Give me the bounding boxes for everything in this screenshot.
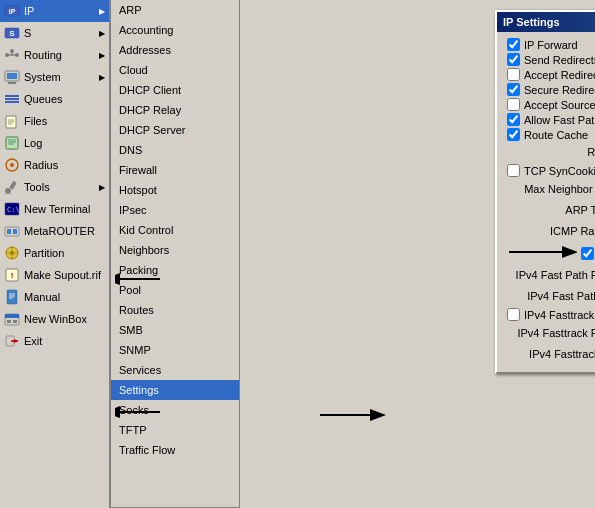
allow-fast-path-label: Allow Fast Path bbox=[524, 114, 595, 126]
settings-arrow bbox=[310, 400, 390, 430]
big-arrow-graphic bbox=[507, 243, 577, 263]
sidebar-item-routing[interactable]: Routing ▶ bbox=[0, 44, 109, 66]
submenu-item-traffic-flow[interactable]: Traffic Flow bbox=[111, 440, 239, 460]
sidebar-item-queues-label: Queues bbox=[24, 93, 105, 105]
sidebar-item-tools[interactable]: Tools ▶ bbox=[0, 176, 109, 198]
svg-text:IP: IP bbox=[9, 8, 16, 15]
checkbox-row-ip-forward: IP Forward bbox=[507, 38, 595, 51]
route-cache-checkbox[interactable] bbox=[507, 128, 520, 141]
sidebar-item-log[interactable]: Log bbox=[0, 132, 109, 154]
submenu-item-ipsec[interactable]: IPsec bbox=[111, 200, 239, 220]
submenu-item-smb[interactable]: SMB bbox=[111, 320, 239, 340]
submenu-item-dhcp-relay[interactable]: DHCP Relay bbox=[111, 100, 239, 120]
manual-icon bbox=[4, 289, 20, 305]
submenu-item-routes[interactable]: Routes bbox=[111, 300, 239, 320]
sidebar-item-tools-label: Tools bbox=[24, 181, 99, 193]
sidebar-item-s-arrow: ▶ bbox=[99, 29, 105, 38]
sidebar-item-radius-label: Radius bbox=[24, 159, 105, 171]
ipv4-fast-path-active-checkbox[interactable] bbox=[581, 247, 594, 260]
ip-forward-checkbox[interactable] bbox=[507, 38, 520, 51]
route-cache-label: Route Cache bbox=[524, 129, 588, 141]
sidebar-item-manual-label: Manual bbox=[24, 291, 105, 303]
svg-rect-13 bbox=[5, 98, 19, 100]
icmp-rate-limit-label: ICMP Rate Limit: bbox=[503, 225, 595, 237]
routing-icon bbox=[4, 47, 20, 63]
ip-forward-label: IP Forward bbox=[524, 39, 578, 51]
sidebar-item-queues[interactable]: Queues bbox=[0, 88, 109, 110]
sidebar-item-exit[interactable]: Exit bbox=[0, 330, 109, 352]
sidebar-item-make-supout[interactable]: ! Make Supout.rif bbox=[0, 264, 109, 286]
submenu-item-neighbors[interactable]: Neighbors bbox=[111, 240, 239, 260]
submenu-item-services[interactable]: Services bbox=[111, 360, 239, 380]
icmp-rate-limit-row: ICMP Rate Limit: 10 bbox=[503, 222, 595, 240]
sidebar-item-new-winbox[interactable]: New WinBox bbox=[0, 308, 109, 330]
accept-redirects-checkbox[interactable] bbox=[507, 68, 520, 81]
sidebar-item-radius[interactable]: Radius bbox=[0, 154, 109, 176]
system-icon bbox=[4, 69, 20, 85]
send-redirects-checkbox[interactable] bbox=[507, 53, 520, 66]
ipv4-fasttrack-packets-label: IPv4 Fasttrack Packets: bbox=[503, 327, 595, 339]
checkbox-row-allow-fast-path: Allow Fast Path bbox=[507, 113, 595, 126]
make-supout-icon: ! bbox=[4, 267, 20, 283]
sidebar-item-new-terminal[interactable]: C:\> New Terminal bbox=[0, 198, 109, 220]
sidebar-item-system-arrow: ▶ bbox=[99, 73, 105, 82]
neighbors-arrow bbox=[115, 267, 165, 291]
submenu-item-hotspot[interactable]: Hotspot bbox=[111, 180, 239, 200]
rp-filter-label: RP Filter: bbox=[503, 146, 595, 158]
checkbox-row-send-redirects: Send Redirects bbox=[507, 53, 595, 66]
tcp-syncookies-checkbox[interactable] bbox=[507, 164, 520, 177]
max-neighbor-entries-label: Max Neighbor Entries: bbox=[503, 183, 595, 195]
accept-source-route-checkbox[interactable] bbox=[507, 98, 520, 111]
sidebar-item-tools-arrow: ▶ bbox=[99, 183, 105, 192]
allow-fast-path-checkbox[interactable] bbox=[507, 113, 520, 126]
submenu-item-arp[interactable]: ARP bbox=[111, 0, 239, 20]
exit-icon bbox=[4, 333, 20, 349]
submenu-item-cloud[interactable]: Cloud bbox=[111, 60, 239, 80]
submenu-item-firewall[interactable]: Firewall bbox=[111, 160, 239, 180]
sidebar-item-files[interactable]: Files bbox=[0, 110, 109, 132]
secure-redirects-checkbox[interactable] bbox=[507, 83, 520, 96]
ipv4-fasttrack-active-checkbox[interactable] bbox=[507, 308, 520, 321]
sidebar-item-partition[interactable]: Partition bbox=[0, 242, 109, 264]
submenu-item-snmp[interactable]: SNMP bbox=[111, 340, 239, 360]
metarouter-icon bbox=[4, 223, 20, 239]
ip-icon: IP bbox=[4, 3, 20, 19]
checkbox-section-main: IP Forward Send Redirects Accept Redirec… bbox=[503, 38, 595, 141]
tools-icon bbox=[4, 179, 20, 195]
max-neighbor-entries-row: Max Neighbor Entries: 8192 bbox=[503, 180, 595, 198]
ip-settings-dialog: IP Settings _ □ ✕ IP Forward Se bbox=[495, 10, 595, 374]
arp-timeout-label: ARP Timeout: bbox=[503, 204, 595, 216]
sidebar-item-ip[interactable]: IP IP ▶ bbox=[0, 0, 109, 22]
submenu-item-dhcp-server[interactable]: DHCP Server bbox=[111, 120, 239, 140]
sidebar: IP IP ▶ S S ▶ Routing ▶ bbox=[0, 0, 110, 508]
sidebar-item-metarouter-label: MetaROUTER bbox=[24, 225, 105, 237]
ipv4-fast-path-packets-label: IPv4 Fast Path Packets: bbox=[503, 269, 595, 281]
ipv4-fasttrack-bytes-label: IPv4 Fasttrack Bytes: bbox=[503, 348, 595, 360]
sidebar-item-system[interactable]: System ▶ bbox=[0, 66, 109, 88]
ipv4-fast-path-packets-row: IPv4 Fast Path Packets: 0 bbox=[503, 266, 595, 284]
svg-rect-12 bbox=[5, 95, 19, 97]
partition-icon bbox=[4, 245, 20, 261]
svg-rect-19 bbox=[6, 137, 18, 149]
svg-rect-30 bbox=[7, 229, 11, 234]
submenu-item-dns[interactable]: DNS bbox=[111, 140, 239, 160]
sidebar-item-s[interactable]: S S ▶ bbox=[0, 22, 109, 44]
sidebar-item-manual[interactable]: Manual bbox=[0, 286, 109, 308]
svg-rect-43 bbox=[5, 314, 19, 318]
sidebar-item-make-supout-label: Make Supout.rif bbox=[24, 269, 105, 281]
arp-timeout-row: ARP Timeout: 00:00:30 bbox=[503, 201, 595, 219]
submenu-item-settings[interactable]: Settings bbox=[111, 380, 239, 400]
log-icon bbox=[4, 135, 20, 151]
submenu-item-dhcp-client[interactable]: DHCP Client bbox=[111, 80, 239, 100]
svg-rect-44 bbox=[7, 320, 11, 323]
svg-rect-14 bbox=[5, 101, 19, 103]
ipv4-fast-path-bytes-label: IPv4 Fast Path Bytes: bbox=[503, 290, 595, 302]
submenu-item-addresses[interactable]: Addresses bbox=[111, 40, 239, 60]
submenu-item-accounting[interactable]: Accounting bbox=[111, 20, 239, 40]
ipv4-fasttrack-bytes-row: IPv4 Fasttrack Bytes: 0 B bbox=[503, 345, 595, 363]
submenu-item-kid-control[interactable]: Kid Control bbox=[111, 220, 239, 240]
neighbors-arrow-container bbox=[115, 267, 165, 293]
radius-icon bbox=[4, 157, 20, 173]
sidebar-item-metarouter[interactable]: MetaROUTER bbox=[0, 220, 109, 242]
ipv4-fasttrack-active-section: IPv4 Fasttrack Active bbox=[503, 308, 595, 321]
